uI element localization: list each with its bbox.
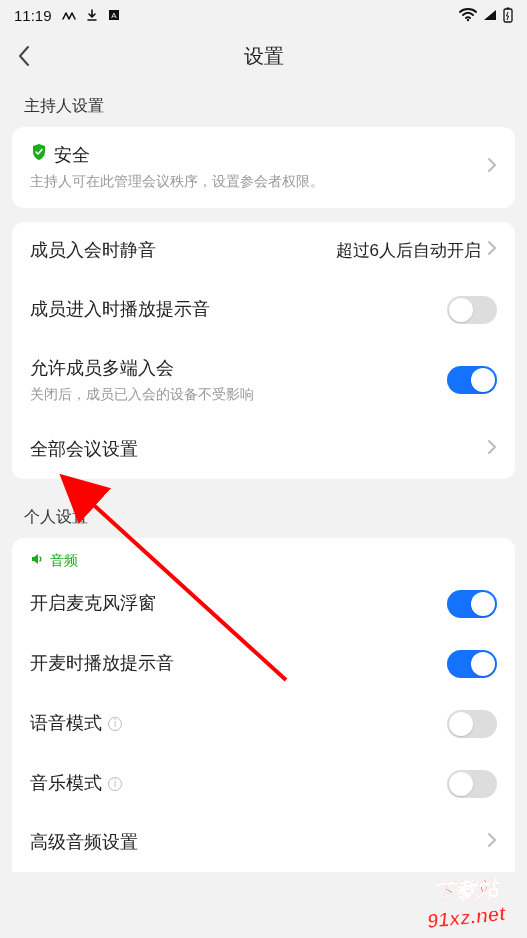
voice-mode-text: 语音模式 [30, 711, 102, 736]
row-multi-subtitle: 关闭后，成员已入会的设备不受影响 [30, 385, 447, 405]
toggle-voice-mode[interactable] [447, 710, 497, 738]
row-music-mode-title: 音乐模式 i [30, 771, 447, 796]
row-all-meeting-settings[interactable]: 全部会议设置 [12, 421, 515, 479]
card-security: 安全 主持人可在此管理会议秩序，设置参会者权限。 [12, 127, 515, 208]
row-mute-title: 成员入会时静音 [30, 238, 336, 263]
row-security[interactable]: 安全 主持人可在此管理会议秩序，设置参会者权限。 [12, 127, 515, 208]
toggle-multi-device[interactable] [447, 366, 497, 394]
row-security-subtitle: 主持人可在此管理会议秩序，设置参会者权限。 [30, 172, 487, 192]
audio-label-text: 音频 [50, 552, 78, 570]
section-heading-personal: 个人设置 [0, 493, 527, 538]
info-icon[interactable]: i [108, 777, 122, 791]
battery-icon [503, 7, 513, 23]
watermark-bottom: 91xz.net [426, 902, 508, 932]
chevron-right-icon [487, 439, 497, 460]
status-left: 11:19 A [14, 7, 120, 24]
toggle-mic-float[interactable] [447, 590, 497, 618]
row-security-title-wrap: 安全 [30, 143, 487, 168]
toggle-music-mode[interactable] [447, 770, 497, 798]
status-right [459, 7, 513, 23]
row-voice-mode: 语音模式 i [12, 694, 515, 754]
row-mute-on-join[interactable]: 成员入会时静音 超过6人后自动开启 [12, 222, 515, 280]
status-app1-icon [62, 10, 76, 20]
chevron-right-icon [487, 832, 497, 853]
row-unmute-sound-title: 开麦时播放提示音 [30, 651, 447, 676]
row-voice-mode-title: 语音模式 i [30, 711, 447, 736]
row-advanced-audio[interactable]: 高级音频设置 [12, 814, 515, 872]
signal-icon [483, 9, 497, 21]
chevron-left-icon [17, 45, 31, 67]
row-multi-device: 允许成员多端入会 关闭后，成员已入会的设备不受影响 [12, 340, 515, 421]
toggle-unmute-sound[interactable] [447, 650, 497, 678]
chevron-right-icon [487, 240, 497, 261]
row-security-right [487, 157, 497, 178]
music-mode-text: 音乐模式 [30, 771, 102, 796]
page-title: 设置 [0, 43, 527, 70]
chevron-right-icon [487, 157, 497, 178]
row-join-sound: 成员进入时播放提示音 [12, 280, 515, 340]
row-music-mode: 音乐模式 i [12, 754, 515, 814]
row-security-left: 安全 主持人可在此管理会议秩序，设置参会者权限。 [30, 143, 487, 192]
row-multi-title: 允许成员多端入会 [30, 356, 447, 381]
header: 设置 [0, 30, 527, 82]
download-icon [86, 9, 98, 21]
status-time: 11:19 [14, 7, 52, 24]
speaker-icon [30, 552, 44, 569]
svg-rect-4 [507, 8, 510, 10]
svg-text:A: A [111, 11, 117, 20]
card-personal: 音频 开启麦克风浮窗 开麦时播放提示音 语音模式 i 音乐 [12, 538, 515, 872]
watermark: 下载站 91xz.net [407, 868, 527, 938]
shield-icon [30, 143, 48, 168]
svg-point-2 [467, 19, 469, 21]
audio-section-label: 音频 [12, 538, 515, 574]
info-icon[interactable]: i [108, 717, 122, 731]
row-security-title: 安全 [54, 143, 90, 168]
status-bar: 11:19 A [0, 0, 527, 30]
toggle-join-sound[interactable] [447, 296, 497, 324]
watermark-top: 下载站 [432, 874, 504, 906]
row-mic-float-title: 开启麦克风浮窗 [30, 591, 447, 616]
row-unmute-sound: 开麦时播放提示音 [12, 634, 515, 694]
wifi-icon [459, 8, 477, 22]
row-mic-float: 开启麦克风浮窗 [12, 574, 515, 634]
status-app2-icon: A [108, 9, 120, 21]
row-all-meeting-title: 全部会议设置 [30, 437, 487, 462]
row-join-sound-title: 成员进入时播放提示音 [30, 297, 447, 322]
back-button[interactable] [0, 32, 48, 80]
row-advanced-audio-title: 高级音频设置 [30, 830, 487, 855]
card-meeting: 成员入会时静音 超过6人后自动开启 成员进入时播放提示音 允许成员多端入会 关闭… [12, 222, 515, 479]
section-heading-host: 主持人设置 [0, 82, 527, 127]
row-mute-value: 超过6人后自动开启 [336, 239, 481, 262]
